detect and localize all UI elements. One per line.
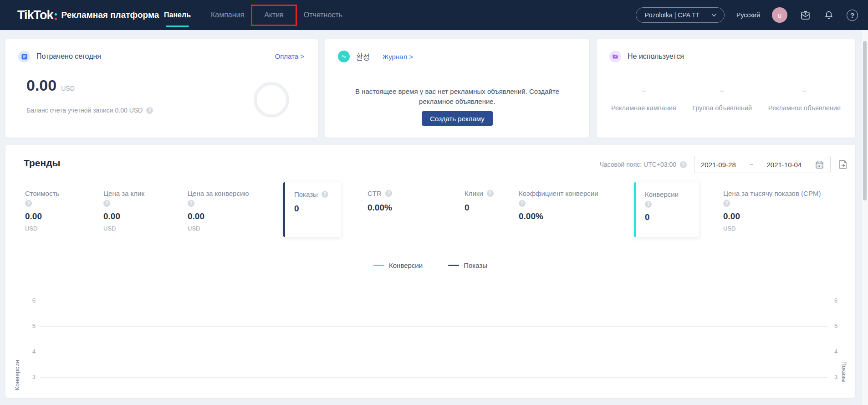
chart-legend: Конверсии Показы (5, 261, 855, 269)
metric-cpc-unit: USD (103, 225, 144, 232)
tab-dashboard[interactable]: Панель (163, 0, 192, 30)
y-axis-label-right: Показы (841, 361, 848, 383)
inbox-icon[interactable] (799, 9, 811, 21)
gridline (40, 377, 828, 378)
tab-campaign-label: Кампания (211, 11, 244, 19)
account-balance-text: Баланс счета учетной записи 0.00 USD (26, 107, 143, 114)
help-icon[interactable]: ? (385, 190, 392, 197)
create-ad-button[interactable]: Создать рекламу (422, 111, 493, 126)
metric-impressions-value: 0 (294, 204, 341, 214)
date-from[interactable]: 2021-09-28 (701, 161, 736, 169)
avatar[interactable]: u (772, 7, 787, 23)
metric-impressions-selected[interactable]: Показы ? 0 (283, 182, 341, 237)
metric-cost[interactable]: Стоимость ? 0.00 USD (25, 190, 59, 232)
legend-impressions[interactable]: Показы (448, 261, 487, 269)
no-ads-message: В настоящее время у вас нет рекламных об… (343, 87, 571, 107)
metric-clicks-value: 0 (465, 203, 494, 213)
header-right-cluster: Pozolotka | CPA TT Русский u (636, 0, 858, 30)
help-icon[interactable]: ? (723, 200, 730, 207)
y-axis-tick-left: 4 (22, 348, 36, 355)
help-icon[interactable]: ? (645, 201, 652, 208)
platform-name: Рекламная платформа (61, 10, 159, 20)
date-to[interactable]: 2021-10-04 (766, 161, 802, 169)
metric-cpa-label: Цена за конверсию (188, 190, 249, 197)
language-selector[interactable]: Русский (736, 11, 760, 19)
tiktok-logo-colon-icon (55, 13, 57, 20)
y-axis-tick-right: 4 (834, 348, 848, 355)
tab-assets[interactable]: Актив (263, 0, 285, 30)
gridline (40, 326, 828, 327)
spend-amount-currency: USD (61, 85, 75, 92)
main-nav: Панель Кампания Актив Отчетность (163, 0, 343, 30)
help-icon[interactable]: ? (188, 200, 194, 207)
account-selector[interactable]: Pozolotka | CPA TT (636, 7, 725, 23)
top-navigation-bar: TikTok Рекламная платформа Панель Кампан… (0, 0, 868, 30)
scrollbar-thumb[interactable] (863, 41, 867, 200)
metric-cpc-value: 0.00 (103, 211, 144, 221)
help-icon[interactable]: ? (146, 107, 153, 114)
unused-ad-stat: – Рекламное объявление (768, 87, 841, 112)
trends-metric-row: Стоимость ? 0.00 USD Цена за клик ? 0.00… (5, 182, 855, 238)
help-icon[interactable]: ? (25, 200, 32, 207)
unused-stats: – Рекламная кампания – Группа объявлений… (597, 87, 855, 112)
metric-conversion-rate[interactable]: Коэффициент конверсии ? 0.00% (519, 190, 598, 221)
spend-amount-value: 0.00 (26, 77, 56, 94)
metric-clicks[interactable]: Клики ? 0 (465, 190, 494, 213)
empty-donut-chart (254, 82, 289, 118)
y-axis-tick-right: 6 (834, 297, 848, 304)
metric-cost-label: Стоимость (25, 190, 59, 197)
timezone-note: Часовой пояс: UTC+03:00 ? (599, 161, 687, 168)
chevron-down-icon (711, 13, 717, 17)
tiktok-logo-text: TikTok (17, 8, 53, 22)
gridline (40, 301, 828, 301)
tab-reporting[interactable]: Отчетность (303, 0, 343, 30)
help-icon[interactable]: ? (103, 200, 110, 207)
legend-conversions[interactable]: Конверсии (373, 261, 423, 269)
metric-conversions-value: 0 (645, 212, 699, 222)
metric-cpc[interactable]: Цена за клик ? 0.00 USD (103, 190, 144, 232)
unused-adgroup-label: Группа объявлений (692, 104, 752, 112)
unused-card-header: Не используется (609, 51, 684, 62)
spend-card-header: Потрачено сегодня (18, 51, 101, 62)
tab-campaign[interactable]: Кампания (210, 0, 245, 30)
metric-cost-value: 0.00 (25, 211, 59, 221)
spend-today-card: Потрачено сегодня Оплата > 0.00 USD Бала… (5, 39, 318, 138)
tiktok-logo[interactable]: TikTok Рекламная платформа (17, 0, 159, 30)
active-tab-underline (166, 26, 189, 27)
help-icon[interactable]: ? (519, 200, 526, 207)
spend-card-title: Потрачено сегодня (36, 52, 101, 61)
help-icon[interactable]: ? (487, 190, 494, 197)
export-report-icon[interactable] (838, 159, 848, 169)
metric-clicks-label: Клики (465, 190, 483, 197)
metric-impressions-label: Показы (294, 190, 318, 198)
tiktok-ads-dashboard: TikTok Рекламная платформа Панель Кампан… (0, 0, 868, 405)
unused-campaign-stat: – Рекламная кампания (611, 87, 676, 112)
unused-folder-icon (609, 51, 621, 62)
metric-ctr[interactable]: CTR ? 0.00% (368, 190, 392, 213)
tab-dashboard-label: Панель (164, 11, 191, 19)
unused-ad-value: – (768, 87, 841, 96)
metric-cpa-unit: USD (188, 225, 249, 232)
metric-cpm[interactable]: Цена за тысячу показов (CPM) ? 0.00 USD (723, 190, 821, 232)
help-icon[interactable]: ? (322, 191, 328, 198)
unused-adgroup-value: – (692, 87, 752, 96)
journal-link[interactable]: Журнал > (382, 53, 413, 61)
metric-cpm-label: Цена за тысячу показов (CPM) (723, 190, 821, 197)
unused-campaign-value: – (611, 87, 676, 96)
help-icon[interactable]: ? (680, 161, 687, 168)
active-status-icon (338, 51, 350, 62)
calendar-icon (815, 160, 824, 169)
ads-status-card: 활성 Журнал > В настоящее время у вас нет … (325, 39, 589, 138)
vertical-scrollbar (862, 30, 868, 405)
y-axis-label-left: Конверсии (14, 360, 20, 390)
payment-link[interactable]: Оплата > (275, 52, 304, 60)
date-range-picker[interactable]: 2021-09-28 ~ 2021-10-04 (694, 156, 831, 173)
help-icon[interactable]: ? (847, 10, 858, 21)
y-axis-tick-left: 3 (22, 374, 36, 380)
notifications-bell-icon[interactable] (823, 9, 835, 21)
trends-card: Тренды Часовой пояс: UTC+03:00 ? 2021-09… (5, 145, 855, 398)
y-axis-tick-left: 5 (22, 323, 36, 329)
metric-conversions-selected[interactable]: Конверсии ? 0 (634, 182, 699, 237)
status-card-header: 활성 Журнал > (338, 51, 413, 62)
metric-cpa[interactable]: Цена за конверсию ? 0.00 USD (188, 190, 249, 232)
